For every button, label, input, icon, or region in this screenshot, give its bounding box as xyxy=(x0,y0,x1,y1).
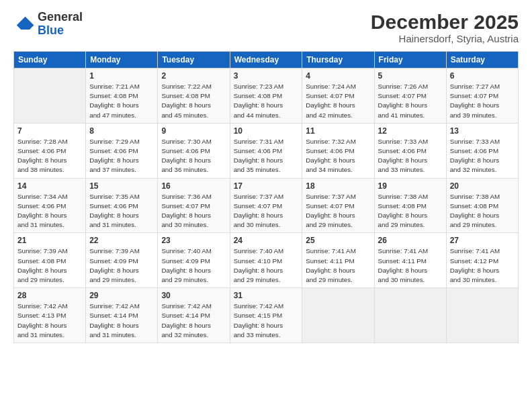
logo-icon xyxy=(13,13,35,35)
logo-text: General Blue xyxy=(38,11,83,38)
day-info: Sunrise: 7:37 AM Sunset: 4:07 PM Dayligh… xyxy=(234,192,299,230)
day-info: Sunrise: 7:24 AM Sunset: 4:07 PM Dayligh… xyxy=(306,82,370,120)
calendar-day-cell: 27Sunrise: 7:41 AM Sunset: 4:12 PM Dayli… xyxy=(446,233,518,288)
calendar-day-cell: 13Sunrise: 7:33 AM Sunset: 4:06 PM Dayli… xyxy=(446,123,518,178)
day-number: 1 xyxy=(89,71,154,81)
calendar-day-cell: 26Sunrise: 7:41 AM Sunset: 4:11 PM Dayli… xyxy=(374,233,446,288)
calendar-day-cell: 15Sunrise: 7:35 AM Sunset: 4:06 PM Dayli… xyxy=(86,178,158,233)
calendar-week-row: 21Sunrise: 7:39 AM Sunset: 4:08 PM Dayli… xyxy=(14,233,519,288)
day-info: Sunrise: 7:41 AM Sunset: 4:11 PM Dayligh… xyxy=(306,246,370,285)
day-info: Sunrise: 7:29 AM Sunset: 4:06 PM Dayligh… xyxy=(89,137,154,175)
day-number: 20 xyxy=(450,181,515,191)
day-number: 24 xyxy=(234,236,299,245)
calendar-day-cell: 2Sunrise: 7:22 AM Sunset: 4:08 PM Daylig… xyxy=(158,68,230,124)
calendar-day-cell: 3Sunrise: 7:23 AM Sunset: 4:08 PM Daylig… xyxy=(230,68,302,124)
day-info: Sunrise: 7:41 AM Sunset: 4:11 PM Dayligh… xyxy=(378,246,443,285)
weekday-header: Saturday xyxy=(446,52,518,68)
day-number: 13 xyxy=(450,126,515,136)
calendar-day-cell: 14Sunrise: 7:34 AM Sunset: 4:06 PM Dayli… xyxy=(14,178,86,233)
calendar-header-row: SundayMondayTuesdayWednesdayThursdayFrid… xyxy=(14,52,519,68)
day-info: Sunrise: 7:42 AM Sunset: 4:14 PM Dayligh… xyxy=(89,302,154,340)
weekday-header: Thursday xyxy=(302,52,374,68)
day-number: 5 xyxy=(378,71,443,81)
day-number: 22 xyxy=(89,236,154,245)
day-info: Sunrise: 7:38 AM Sunset: 4:08 PM Dayligh… xyxy=(450,192,515,230)
day-number: 16 xyxy=(161,181,226,191)
calendar-week-row: 1Sunrise: 7:21 AM Sunset: 4:08 PM Daylig… xyxy=(14,68,519,124)
day-number: 2 xyxy=(161,71,226,81)
calendar-table: SundayMondayTuesdayWednesdayThursdayFrid… xyxy=(13,51,519,343)
page-header: General Blue December 2025 Hainersdorf, … xyxy=(13,11,519,44)
day-number: 21 xyxy=(17,236,82,245)
weekday-header: Tuesday xyxy=(158,52,230,68)
calendar-day-cell xyxy=(374,288,446,343)
calendar-day-cell: 11Sunrise: 7:32 AM Sunset: 4:06 PM Dayli… xyxy=(302,123,374,178)
day-number: 19 xyxy=(378,181,443,191)
day-info: Sunrise: 7:41 AM Sunset: 4:12 PM Dayligh… xyxy=(450,246,515,285)
day-number: 31 xyxy=(234,291,299,300)
calendar-day-cell: 22Sunrise: 7:39 AM Sunset: 4:09 PM Dayli… xyxy=(86,233,158,288)
day-number: 8 xyxy=(89,126,154,136)
day-info: Sunrise: 7:38 AM Sunset: 4:08 PM Dayligh… xyxy=(378,192,443,230)
day-number: 17 xyxy=(234,181,299,191)
day-info: Sunrise: 7:39 AM Sunset: 4:08 PM Dayligh… xyxy=(17,246,82,285)
day-number: 9 xyxy=(161,126,226,136)
calendar-day-cell xyxy=(446,288,518,343)
calendar-day-cell xyxy=(302,288,374,343)
calendar-day-cell: 10Sunrise: 7:31 AM Sunset: 4:06 PM Dayli… xyxy=(230,123,302,178)
calendar-day-cell: 8Sunrise: 7:29 AM Sunset: 4:06 PM Daylig… xyxy=(86,123,158,178)
day-info: Sunrise: 7:40 AM Sunset: 4:10 PM Dayligh… xyxy=(234,246,299,285)
day-info: Sunrise: 7:33 AM Sunset: 4:06 PM Dayligh… xyxy=(450,137,515,175)
day-number: 23 xyxy=(161,236,226,245)
day-info: Sunrise: 7:42 AM Sunset: 4:13 PM Dayligh… xyxy=(17,302,82,340)
day-number: 14 xyxy=(17,181,82,191)
day-number: 15 xyxy=(89,181,154,191)
calendar-day-cell: 24Sunrise: 7:40 AM Sunset: 4:10 PM Dayli… xyxy=(230,233,302,288)
weekday-header: Friday xyxy=(374,52,446,68)
day-info: Sunrise: 7:26 AM Sunset: 4:07 PM Dayligh… xyxy=(378,82,443,120)
day-info: Sunrise: 7:33 AM Sunset: 4:06 PM Dayligh… xyxy=(378,137,443,175)
calendar-day-cell: 9Sunrise: 7:30 AM Sunset: 4:06 PM Daylig… xyxy=(158,123,230,178)
day-info: Sunrise: 7:34 AM Sunset: 4:06 PM Dayligh… xyxy=(17,192,82,230)
day-number: 29 xyxy=(89,291,154,300)
logo: General Blue xyxy=(13,11,83,38)
weekday-header: Monday xyxy=(86,52,158,68)
day-number: 4 xyxy=(306,71,370,81)
day-number: 3 xyxy=(234,71,299,81)
calendar-day-cell: 31Sunrise: 7:42 AM Sunset: 4:15 PM Dayli… xyxy=(230,288,302,343)
month-title: December 2025 xyxy=(371,11,519,33)
title-block: December 2025 Hainersdorf, Styria, Austr… xyxy=(371,11,519,44)
day-number: 28 xyxy=(17,291,82,300)
day-info: Sunrise: 7:32 AM Sunset: 4:06 PM Dayligh… xyxy=(306,137,370,175)
day-info: Sunrise: 7:23 AM Sunset: 4:08 PM Dayligh… xyxy=(234,82,299,120)
calendar-day-cell: 12Sunrise: 7:33 AM Sunset: 4:06 PM Dayli… xyxy=(374,123,446,178)
calendar-day-cell: 5Sunrise: 7:26 AM Sunset: 4:07 PM Daylig… xyxy=(374,68,446,124)
calendar-day-cell: 17Sunrise: 7:37 AM Sunset: 4:07 PM Dayli… xyxy=(230,178,302,233)
weekday-header: Sunday xyxy=(14,52,86,68)
day-info: Sunrise: 7:36 AM Sunset: 4:07 PM Dayligh… xyxy=(161,192,226,230)
day-number: 30 xyxy=(161,291,226,300)
day-number: 25 xyxy=(306,236,370,245)
calendar-day-cell: 18Sunrise: 7:37 AM Sunset: 4:07 PM Dayli… xyxy=(302,178,374,233)
day-number: 10 xyxy=(234,126,299,136)
day-number: 12 xyxy=(378,126,443,136)
calendar-day-cell: 25Sunrise: 7:41 AM Sunset: 4:11 PM Dayli… xyxy=(302,233,374,288)
day-number: 27 xyxy=(450,236,515,245)
calendar-day-cell: 23Sunrise: 7:40 AM Sunset: 4:09 PM Dayli… xyxy=(158,233,230,288)
day-number: 18 xyxy=(306,181,370,191)
calendar-day-cell: 7Sunrise: 7:28 AM Sunset: 4:06 PM Daylig… xyxy=(14,123,86,178)
day-info: Sunrise: 7:42 AM Sunset: 4:14 PM Dayligh… xyxy=(161,302,226,340)
location-title: Hainersdorf, Styria, Austria xyxy=(371,33,519,44)
calendar-day-cell: 19Sunrise: 7:38 AM Sunset: 4:08 PM Dayli… xyxy=(374,178,446,233)
calendar-day-cell: 21Sunrise: 7:39 AM Sunset: 4:08 PM Dayli… xyxy=(14,233,86,288)
calendar-week-row: 28Sunrise: 7:42 AM Sunset: 4:13 PM Dayli… xyxy=(14,288,519,343)
day-info: Sunrise: 7:37 AM Sunset: 4:07 PM Dayligh… xyxy=(306,192,370,230)
day-info: Sunrise: 7:42 AM Sunset: 4:15 PM Dayligh… xyxy=(234,302,299,340)
day-info: Sunrise: 7:35 AM Sunset: 4:06 PM Dayligh… xyxy=(89,192,154,230)
calendar-week-row: 7Sunrise: 7:28 AM Sunset: 4:06 PM Daylig… xyxy=(14,123,519,178)
calendar-day-cell: 20Sunrise: 7:38 AM Sunset: 4:08 PM Dayli… xyxy=(446,178,518,233)
day-number: 6 xyxy=(450,71,515,81)
day-info: Sunrise: 7:39 AM Sunset: 4:09 PM Dayligh… xyxy=(89,246,154,285)
calendar-day-cell: 4Sunrise: 7:24 AM Sunset: 4:07 PM Daylig… xyxy=(302,68,374,124)
calendar-day-cell xyxy=(14,68,86,124)
